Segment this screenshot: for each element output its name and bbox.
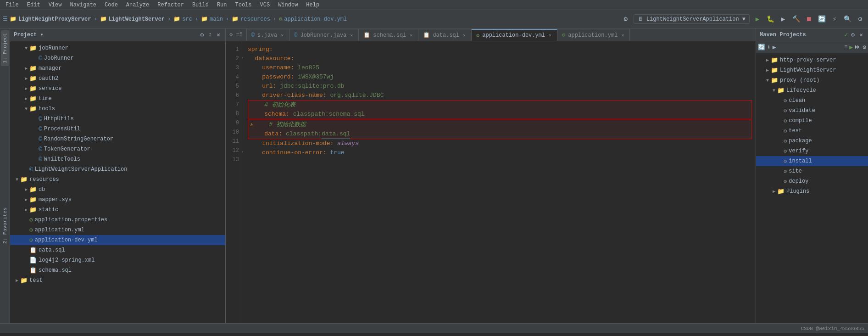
tree-item-whiltetools[interactable]: © WhilteTools xyxy=(10,154,225,164)
panel-settings-icon[interactable]: ⚙ xyxy=(199,31,206,39)
stop-button[interactable]: ⏹ xyxy=(804,14,814,24)
tree-item-jobrunner[interactable]: ▼ 📁 jobRunner xyxy=(10,43,225,53)
menu-tools[interactable]: Tools xyxy=(232,1,256,9)
code-line-11: initialization-mode: always xyxy=(248,139,752,148)
maven-item-httpproxy[interactable]: ▶ 📁 http-proxy-server xyxy=(756,55,868,65)
tab-close-appdevyml[interactable]: ✕ xyxy=(548,32,552,39)
maven-run-green-icon[interactable]: ▶ xyxy=(849,44,853,51)
tab-jobrunner[interactable]: © JobRunner.java ✕ xyxy=(289,29,359,41)
tree-item-httputils[interactable]: © HttpUtils xyxy=(10,114,225,124)
maven-skip-icon[interactable]: ⏭ xyxy=(855,44,861,50)
maven-item-verify[interactable]: ⚙ verify xyxy=(756,146,868,156)
maven-item-deploy[interactable]: ⚙ deploy xyxy=(756,176,868,186)
maven-close-icon[interactable]: ✕ xyxy=(858,31,864,39)
tab-close-datasql[interactable]: ✕ xyxy=(462,32,467,39)
tab-schemasql[interactable]: 📋 schema.sql ✕ xyxy=(359,29,418,41)
maven-item-lwserver[interactable]: ▶ 📁 LightWeightServer xyxy=(756,65,868,75)
tree-item-test[interactable]: ▶ 📁 test xyxy=(10,275,225,286)
tree-item-log4j2[interactable]: 📄 log4j2-spring.xml xyxy=(10,255,225,265)
maven-toolbar: 🔄 ⬇ ▶ ≡ ▶ ⏭ ⚙ xyxy=(756,41,868,53)
maven-item-proxy[interactable]: ▼ 📁 proxy (root) xyxy=(756,75,868,85)
maven-item-clean[interactable]: ⚙ clean xyxy=(756,95,868,106)
panel-expand-icon[interactable]: ↕ xyxy=(207,31,213,39)
debug-button[interactable]: 🐛 xyxy=(765,14,775,24)
project-panel-title: Project ▾ xyxy=(14,31,44,38)
run-config-selector[interactable]: 🖥 LightWeightServerApplication ▼ xyxy=(634,14,750,24)
tree-item-tools[interactable]: ▼ 📁 tools xyxy=(10,104,225,114)
tab-close-schemasql[interactable]: ✕ xyxy=(409,32,413,39)
tree-item-datasql[interactable]: 📋 data.sql xyxy=(10,245,225,255)
menu-file[interactable]: File xyxy=(2,1,22,9)
maven-item-plugins[interactable]: ▶ 📁 Plugins xyxy=(756,186,868,196)
status-bar: CSDN @weixin_43536855 xyxy=(0,323,868,333)
menu-vcs[interactable]: VCS xyxy=(256,1,274,9)
code-line-2: ▼ datasource: xyxy=(248,54,752,63)
maven-item-test[interactable]: ⚙ test xyxy=(756,126,868,136)
search-button[interactable]: 🔍 xyxy=(842,14,852,24)
tree-item-tokengenerator[interactable]: © TokenGenerator xyxy=(10,144,225,154)
toolbar: ☰ 📁 LightWeightProxyServer › 📁 LightWeig… xyxy=(0,10,868,28)
refresh-button[interactable]: 🔄 xyxy=(817,14,827,24)
tree-item-service[interactable]: ▶ 📁 service xyxy=(10,84,225,94)
project-panel-header: Project ▾ ⚙ ↕ ✕ xyxy=(10,28,225,41)
tree-item-static[interactable]: ▶ 📁 static xyxy=(10,205,225,215)
maven-item-validate[interactable]: ⚙ validate xyxy=(756,106,868,116)
status-right: CSDN @weixin_43536855 xyxy=(801,326,864,331)
menu-window[interactable]: Window xyxy=(274,1,301,9)
tab-panel-settings[interactable]: ⚙ =5 xyxy=(226,28,247,41)
tab-datasql[interactable]: 📋 data.sql ✕ xyxy=(418,29,472,41)
tree-item-jobrunner-class[interactable]: © JobRunner xyxy=(10,53,225,63)
maven-collapse-icon[interactable]: ≡ xyxy=(844,44,847,50)
more-button[interactable]: ⚡ xyxy=(829,14,840,24)
panel-close-icon[interactable]: ✕ xyxy=(215,31,222,39)
maven-item-install[interactable]: ⚙ install xyxy=(756,156,868,166)
coverage-button[interactable]: ▶ xyxy=(778,14,788,24)
toggle-favorites[interactable]: 2: Favorites xyxy=(1,205,9,246)
tree-item-resources[interactable]: ▼ 📁 resources xyxy=(10,174,225,185)
toolbar-settings[interactable]: ⚙ xyxy=(621,14,631,24)
tree-item-manager[interactable]: ▶ 📁 manager xyxy=(10,63,225,73)
tab-close-jobrunner[interactable]: ✕ xyxy=(349,32,354,39)
menu-help[interactable]: Help xyxy=(302,1,323,9)
code-area[interactable]: spring: ▼ datasource: username: leo825 p… xyxy=(242,41,756,323)
maven-item-lifecycle[interactable]: ▼ 📁 Lifecycle xyxy=(756,85,868,95)
menu-analyze[interactable]: Analyze xyxy=(122,1,153,9)
maven-item-compile[interactable]: ⚙ compile xyxy=(756,116,868,126)
tree-item-randomstringgenerator[interactable]: © RandomStringGenerator xyxy=(10,134,225,144)
maven-item-package[interactable]: ⚙ package xyxy=(756,136,868,146)
code-line-13 xyxy=(248,157,752,167)
tab-sjava[interactable]: © s.java ✕ xyxy=(247,29,289,41)
tree-item-processutil[interactable]: © ProcessUtil xyxy=(10,124,225,134)
tree-item-db[interactable]: ▶ 📁 db xyxy=(10,185,225,195)
build-button[interactable]: 🔨 xyxy=(791,14,801,24)
tab-appdevyml[interactable]: ⚙ application-dev.yml ✕ xyxy=(472,29,557,41)
maven-more-icon[interactable]: ⚙ xyxy=(862,44,866,51)
gear-button[interactable]: ⚙ xyxy=(855,14,865,24)
tab-close-sjava[interactable]: ✕ xyxy=(280,32,284,39)
maven-settings-icon[interactable]: ⚙ xyxy=(850,31,856,39)
tab-appyml[interactable]: ⚙ application.yml ✕ xyxy=(557,29,630,41)
menu-edit[interactable]: Edit xyxy=(23,1,44,9)
tree-item-schemasql[interactable]: 📋 schema.sql xyxy=(10,265,225,275)
tab-close-appyml[interactable]: ✕ xyxy=(620,32,625,39)
tree-item-oauth2[interactable]: ▶ 📁 oauth2 xyxy=(10,73,225,84)
tree-item-appproperties[interactable]: ⚙ application.properties xyxy=(10,215,225,225)
toggle-project[interactable]: 1: Project xyxy=(1,30,9,66)
maven-download-icon[interactable]: ⬇ xyxy=(767,44,771,51)
maven-item-site[interactable]: ⚙ site xyxy=(756,166,868,176)
run-button[interactable]: ▶ xyxy=(752,14,762,24)
menu-navigate[interactable]: Navigate xyxy=(66,1,100,9)
maven-run-icon[interactable]: ▶ xyxy=(773,44,776,51)
menu-refactor[interactable]: Refactor xyxy=(154,1,188,9)
menu-build[interactable]: Build xyxy=(189,1,212,9)
menu-view[interactable]: View xyxy=(45,1,66,9)
menu-code[interactable]: Code xyxy=(101,1,122,9)
tree-item-mappersys[interactable]: ▶ 📁 mapper.sys xyxy=(10,195,225,205)
tree-item-appyml[interactable]: ⚙ application.yml xyxy=(10,225,225,235)
menu-run[interactable]: Run xyxy=(213,1,231,9)
maven-reload-icon[interactable]: 🔄 xyxy=(758,44,765,51)
tree-item-appdevyml[interactable]: ⚙ application-dev.yml xyxy=(10,235,225,245)
tree-item-lwserverapplication[interactable]: © LightWeightServerApplication xyxy=(10,164,225,174)
tree-item-time[interactable]: ▶ 📁 time xyxy=(10,94,225,104)
editor-content: 1 2 3 4 5 6 7 8 9 10 11 12 13 spring: xyxy=(226,41,756,323)
